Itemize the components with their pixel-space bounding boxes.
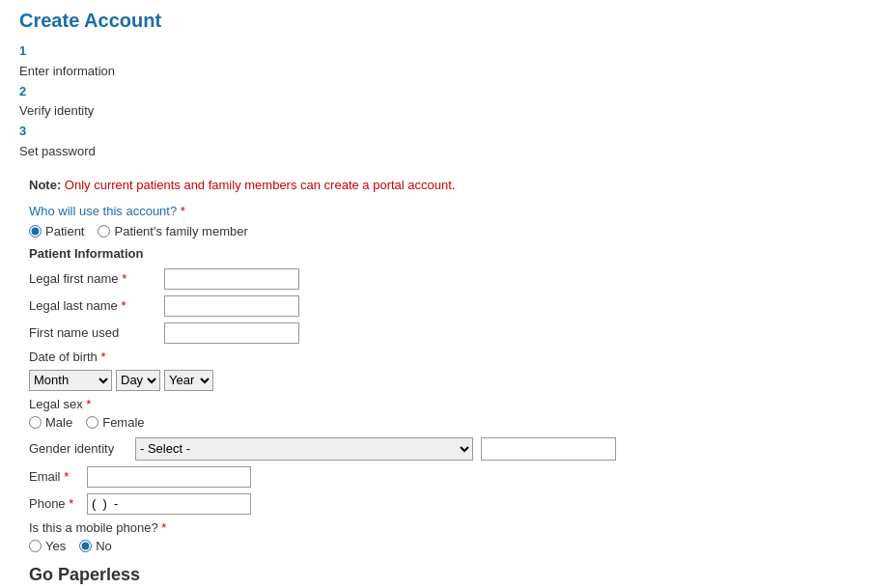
dob-row: Date of birth *: [29, 350, 851, 364]
steps-list: 1 Enter information 2 Verify identity 3 …: [19, 42, 851, 162]
legal-last-name-label: Legal last name *: [29, 298, 164, 313]
family-member-option[interactable]: Patient's family member: [98, 224, 247, 238]
note-label: Note:: [29, 178, 61, 192]
patient-label: Patient: [45, 224, 84, 238]
first-name-used-input[interactable]: [164, 322, 299, 344]
legal-last-name-input[interactable]: [164, 295, 299, 317]
dob-selects: Month January February March April May J…: [29, 370, 851, 391]
male-option[interactable]: Male: [29, 415, 72, 430]
note: Note: Only current patients and family m…: [29, 178, 851, 192]
go-paperless-title: Go Paperless: [29, 565, 851, 585]
day-select[interactable]: Day 123 456 789 101112 131415 161718 192…: [116, 370, 160, 391]
female-label: Female: [102, 415, 144, 430]
dob-label: Date of birth *: [29, 350, 106, 364]
email-label: Email *: [29, 469, 87, 484]
step-1-num: 1: [19, 43, 26, 58]
step-1-label: Enter information: [19, 62, 851, 82]
first-name-used-label: First name used: [29, 325, 164, 340]
who-question: Who will use this account? *: [29, 204, 851, 218]
page-wrapper: Create Account 1 Enter information 2 Ver…: [0, 0, 870, 588]
gender-identity-select[interactable]: - Select - Male Female Non-binary Prefer…: [135, 437, 473, 461]
mobile-no-radio[interactable]: [79, 540, 92, 552]
legal-first-name-input[interactable]: [164, 268, 299, 290]
gender-identity-label: Gender identity: [29, 441, 135, 456]
step-3-label: Set password: [19, 142, 851, 162]
legal-sex-radio-group: Male Female: [29, 415, 851, 430]
step-2-label: Verify identity: [19, 101, 851, 122]
patient-radio[interactable]: [29, 225, 42, 238]
form-container: Note: Only current patients and family m…: [29, 178, 851, 588]
mobile-yes-option[interactable]: Yes: [29, 539, 66, 553]
phone-input[interactable]: [87, 493, 251, 515]
mobile-question: Is this a mobile phone? *: [29, 520, 851, 535]
section-title: Patient Information: [29, 246, 851, 261]
patient-option[interactable]: Patient: [29, 224, 84, 238]
family-member-label: Patient's family member: [114, 224, 247, 238]
female-radio[interactable]: [86, 416, 98, 429]
mobile-no-label: No: [96, 539, 112, 553]
who-label-text: Who will use this account?: [29, 204, 177, 218]
who-required: *: [181, 204, 185, 218]
year-select[interactable]: Year 20242023 20001990 19801970 19601950…: [164, 370, 213, 391]
step-3-num: 3: [19, 124, 26, 138]
female-option[interactable]: Female: [86, 415, 144, 430]
step-2-num: 2: [19, 84, 26, 98]
male-label: Male: [45, 415, 72, 430]
legal-last-name-row: Legal last name *: [29, 295, 851, 317]
note-text: Only current patients and family members…: [65, 178, 456, 192]
email-row: Email *: [29, 466, 851, 488]
mobile-no-option[interactable]: No: [79, 539, 112, 553]
mobile-yes-radio[interactable]: [29, 540, 42, 552]
month-select[interactable]: Month January February March April May J…: [29, 370, 112, 391]
mobile-radio-group: Yes No: [29, 539, 851, 553]
gender-identity-other-input[interactable]: [481, 437, 616, 461]
legal-sex-label: Legal sex *: [29, 397, 851, 411]
family-member-radio[interactable]: [98, 225, 110, 238]
email-input[interactable]: [87, 466, 251, 488]
phone-row: Phone *: [29, 493, 851, 515]
page-title: Create Account: [19, 10, 851, 32]
first-name-used-row: First name used: [29, 322, 851, 344]
who-radio-group: Patient Patient's family member: [29, 224, 851, 238]
phone-label: Phone *: [29, 496, 87, 511]
mobile-yes-label: Yes: [45, 539, 66, 553]
legal-first-name-label: Legal first name *: [29, 271, 164, 286]
male-radio[interactable]: [29, 416, 42, 429]
phone-input-wrapper: [87, 493, 251, 515]
legal-first-name-row: Legal first name *: [29, 268, 851, 290]
gender-identity-row: Gender identity - Select - Male Female N…: [29, 437, 851, 461]
